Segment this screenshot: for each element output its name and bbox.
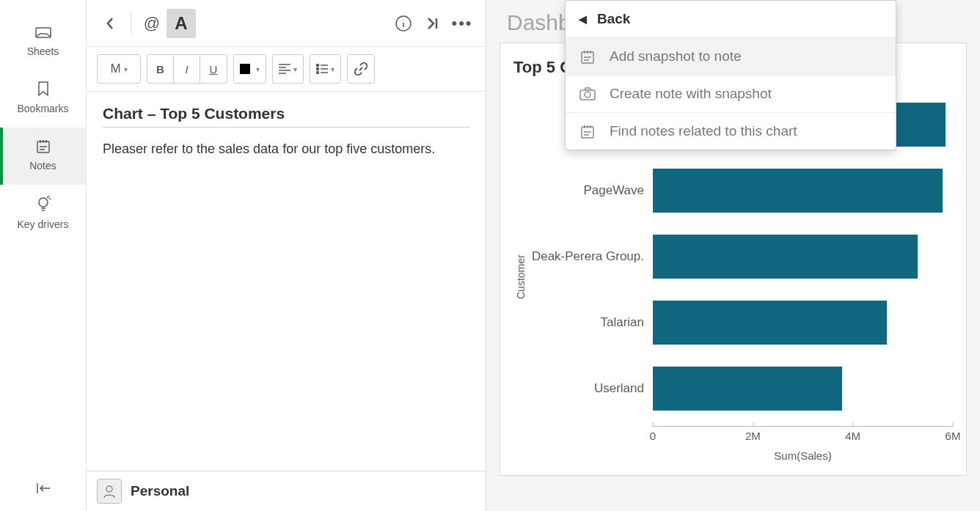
- x-tick: 0: [650, 430, 656, 442]
- italic-button[interactable]: I: [174, 55, 200, 83]
- sidebar-item-label: Key drivers: [17, 218, 68, 230]
- menu-back[interactable]: ◀ Back: [566, 1, 896, 38]
- bar-label: Talarian: [528, 315, 653, 330]
- sheets-icon: [34, 25, 52, 40]
- bar-row: PageWave: [528, 158, 953, 224]
- left-sidebar: Sheets Bookmarks Notes Key drivers: [0, 0, 87, 511]
- bar-track: [653, 235, 953, 279]
- text-format-button[interactable]: A: [167, 9, 196, 38]
- text-color-button[interactable]: ▾: [234, 55, 266, 83]
- caret-left-icon: ◀: [579, 13, 587, 25]
- note-footer: Personal: [87, 471, 486, 511]
- user-icon: [102, 484, 117, 499]
- sidebar-item-sheets[interactable]: Sheets: [0, 15, 86, 70]
- sidebar-item-bookmarks[interactable]: Bookmarks: [0, 70, 86, 128]
- context-menu: ◀ Back Add snapshot to note Create note …: [565, 0, 896, 150]
- y-axis-label: Customer: [513, 92, 528, 462]
- note-title: Chart – Top 5 Customers: [103, 105, 469, 128]
- sidebar-item-label: Notes: [29, 160, 56, 172]
- note-add-icon: [579, 48, 596, 65]
- menu-item-find-notes[interactable]: Find notes related to this chart: [566, 113, 896, 150]
- avatar[interactable]: [97, 479, 122, 504]
- x-axis-label: Sum(Sales): [653, 449, 953, 462]
- x-axis: 02M4M6M: [653, 426, 953, 448]
- link-button[interactable]: [348, 55, 374, 83]
- svg-point-2: [39, 198, 48, 207]
- notes-icon: [35, 138, 51, 154]
- note-panel: @ A ••• M ▾ B I U: [87, 0, 486, 511]
- bookmark-icon: [37, 81, 50, 97]
- bar[interactable]: [653, 169, 943, 213]
- bar-track: [653, 169, 953, 213]
- color-swatch: [240, 64, 250, 74]
- menu-item-add-snapshot[interactable]: Add snapshot to note: [566, 38, 896, 76]
- info-button[interactable]: [389, 9, 418, 38]
- note-toolbar: @ A •••: [87, 0, 486, 47]
- sidebar-item-notes[interactable]: Notes: [0, 128, 86, 185]
- lightbulb-icon: [35, 195, 51, 213]
- bar-label: PageWave: [528, 183, 653, 198]
- chevron-down-icon: ▾: [256, 65, 260, 73]
- underline-button[interactable]: U: [200, 55, 227, 83]
- sidebar-item-label: Sheets: [27, 45, 59, 57]
- x-tick: 4M: [845, 430, 860, 442]
- bar[interactable]: [653, 367, 842, 411]
- bar-track: [653, 367, 953, 411]
- goto-end-button[interactable]: [418, 9, 447, 38]
- note-editor[interactable]: Chart – Top 5 Customers Pleaser refer to…: [87, 92, 486, 471]
- svg-point-7: [106, 486, 112, 492]
- svg-point-4: [317, 65, 319, 67]
- menu-item-label: Find notes related to this chart: [610, 123, 797, 139]
- bar-row: Deak-Perera Group.: [528, 224, 953, 290]
- heading-select[interactable]: M ▾: [98, 55, 140, 83]
- align-button[interactable]: ▾: [273, 55, 303, 83]
- back-button[interactable]: [95, 9, 125, 38]
- chevron-down-icon: ▾: [331, 65, 334, 73]
- menu-item-label: Add snapshot to note: [610, 48, 742, 65]
- menu-item-create-note[interactable]: Create note with snapshot: [566, 76, 896, 113]
- align-left-icon: [279, 64, 290, 74]
- heading-level-label: M: [110, 62, 120, 76]
- bar-row: Talarian: [528, 290, 953, 356]
- menu-item-label: Create note with snapshot: [610, 86, 772, 102]
- info-icon: [395, 15, 412, 32]
- bold-button[interactable]: B: [147, 55, 174, 83]
- chevron-down-icon: ▾: [124, 65, 128, 73]
- chevron-down-icon: ▾: [293, 65, 297, 73]
- more-button[interactable]: •••: [447, 9, 477, 38]
- bar-label: Deak-Perera Group.: [528, 249, 653, 264]
- list-button[interactable]: ▾: [310, 55, 340, 83]
- bar-row: Userland: [528, 356, 953, 422]
- x-tick: 6M: [946, 430, 961, 442]
- sidebar-item-label: Bookmarks: [17, 103, 68, 114]
- chevron-bar-right-icon: [426, 16, 439, 31]
- mention-button[interactable]: @: [137, 9, 167, 38]
- note-body: Pleaser refer to the sales data for our …: [103, 139, 469, 159]
- bar[interactable]: [653, 235, 918, 279]
- bar-label: Userland: [528, 381, 653, 396]
- list-icon: [316, 64, 328, 74]
- sidebar-item-keydrivers[interactable]: Key drivers: [0, 185, 86, 243]
- link-icon: [354, 62, 368, 76]
- svg-rect-0: [36, 28, 51, 37]
- camera-icon: [579, 87, 596, 101]
- footer-label: Personal: [131, 483, 189, 499]
- svg-point-10: [585, 92, 590, 98]
- note-find-icon: [579, 123, 596, 139]
- svg-point-6: [317, 72, 319, 74]
- collapse-icon: [35, 482, 51, 495]
- x-tick: 2M: [745, 430, 761, 442]
- divider: [131, 13, 131, 34]
- format-toolbar: M ▾ B I U ▾ ▾: [87, 47, 486, 92]
- collapse-button[interactable]: [35, 482, 51, 498]
- menu-back-label: Back: [597, 11, 630, 27]
- svg-point-5: [317, 68, 319, 70]
- bar-track: [653, 301, 953, 345]
- bar[interactable]: [653, 301, 887, 345]
- chevron-left-icon: [105, 16, 115, 31]
